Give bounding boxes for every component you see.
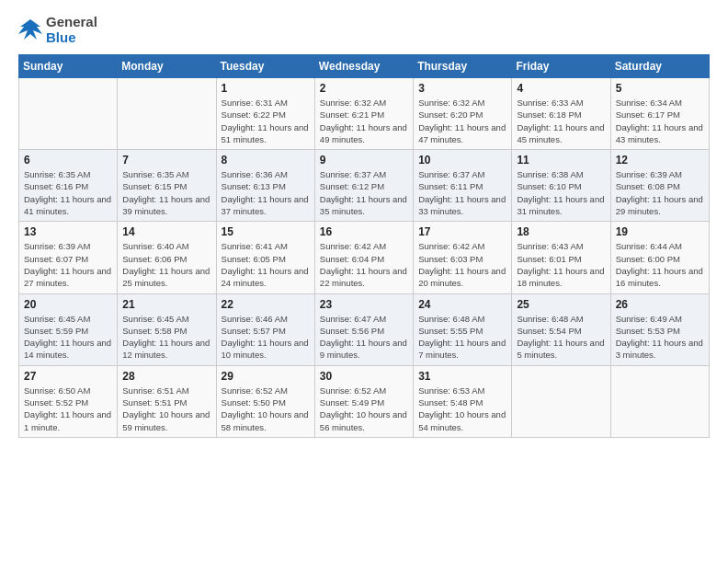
calendar-cell: 5Sunrise: 6:34 AM Sunset: 6:17 PM Daylig…: [610, 78, 709, 150]
calendar-cell: 31Sunrise: 6:53 AM Sunset: 5:48 PM Dayli…: [414, 365, 512, 437]
day-number: 21: [122, 298, 210, 311]
calendar-week-4: 20Sunrise: 6:45 AM Sunset: 5:59 PM Dayli…: [19, 293, 710, 365]
day-number: 22: [222, 298, 310, 311]
day-number: 7: [122, 154, 210, 167]
col-header-monday: Monday: [118, 55, 216, 78]
calendar-cell: 18Sunrise: 6:43 AM Sunset: 6:01 PM Dayli…: [512, 222, 610, 293]
day-info: Sunrise: 6:48 AM Sunset: 5:54 PM Dayligh…: [517, 313, 605, 362]
calendar-header-row: SundayMondayTuesdayWednesdayThursdayFrid…: [19, 55, 710, 78]
calendar-cell: 24Sunrise: 6:48 AM Sunset: 5:55 PM Dayli…: [414, 293, 512, 365]
logo-general: General: [46, 15, 97, 30]
day-number: 9: [320, 154, 408, 167]
day-number: 2: [320, 82, 408, 95]
calendar-cell: 22Sunrise: 6:46 AM Sunset: 5:57 PM Dayli…: [216, 293, 314, 365]
col-header-tuesday: Tuesday: [216, 55, 314, 78]
day-info: Sunrise: 6:32 AM Sunset: 6:21 PM Dayligh…: [320, 97, 408, 145]
calendar-cell: 3Sunrise: 6:32 AM Sunset: 6:20 PM Daylig…: [414, 78, 512, 150]
day-number: 11: [517, 154, 605, 167]
day-number: 29: [222, 370, 310, 383]
calendar-cell: 6Sunrise: 6:35 AM Sunset: 6:16 PM Daylig…: [19, 150, 118, 222]
day-number: 24: [418, 298, 506, 311]
day-info: Sunrise: 6:33 AM Sunset: 6:18 PM Dayligh…: [517, 97, 605, 145]
day-info: Sunrise: 6:41 AM Sunset: 6:05 PM Dayligh…: [222, 240, 310, 289]
day-info: Sunrise: 6:34 AM Sunset: 6:17 PM Dayligh…: [616, 97, 704, 145]
day-info: Sunrise: 6:53 AM Sunset: 5:48 PM Dayligh…: [418, 385, 506, 433]
logo-text-block: General Blue: [46, 15, 97, 45]
day-number: 14: [122, 225, 210, 238]
calendar-cell: 10Sunrise: 6:37 AM Sunset: 6:11 PM Dayli…: [414, 150, 512, 222]
day-number: 31: [418, 370, 506, 383]
calendar-week-2: 6Sunrise: 6:35 AM Sunset: 6:16 PM Daylig…: [19, 150, 710, 222]
day-number: 12: [616, 154, 704, 167]
day-info: Sunrise: 6:36 AM Sunset: 6:13 PM Dayligh…: [222, 168, 310, 217]
day-number: 15: [222, 225, 310, 238]
calendar-cell: [512, 365, 610, 437]
calendar-cell: 13Sunrise: 6:39 AM Sunset: 6:07 PM Dayli…: [19, 222, 118, 293]
day-number: 20: [24, 298, 112, 311]
calendar-cell: 25Sunrise: 6:48 AM Sunset: 5:54 PM Dayli…: [512, 293, 610, 365]
logo-container: General Blue: [18, 15, 97, 45]
day-info: Sunrise: 6:52 AM Sunset: 5:50 PM Dayligh…: [222, 385, 310, 433]
day-info: Sunrise: 6:45 AM Sunset: 5:58 PM Dayligh…: [122, 313, 210, 362]
calendar-cell: 11Sunrise: 6:38 AM Sunset: 6:10 PM Dayli…: [512, 150, 610, 222]
day-number: 16: [320, 225, 408, 238]
day-info: Sunrise: 6:40 AM Sunset: 6:06 PM Dayligh…: [122, 240, 210, 289]
calendar-cell: 19Sunrise: 6:44 AM Sunset: 6:00 PM Dayli…: [610, 222, 709, 293]
day-info: Sunrise: 6:46 AM Sunset: 5:57 PM Dayligh…: [222, 313, 310, 362]
calendar-page: General Blue SundayMondayTuesdayWednesda…: [0, 0, 728, 563]
calendar-cell: [118, 78, 216, 150]
calendar-cell: 16Sunrise: 6:42 AM Sunset: 6:04 PM Dayli…: [314, 222, 413, 293]
day-info: Sunrise: 6:50 AM Sunset: 5:52 PM Dayligh…: [24, 385, 112, 433]
calendar-week-3: 13Sunrise: 6:39 AM Sunset: 6:07 PM Dayli…: [19, 222, 710, 293]
day-info: Sunrise: 6:39 AM Sunset: 6:08 PM Dayligh…: [616, 168, 704, 217]
day-info: Sunrise: 6:37 AM Sunset: 6:11 PM Dayligh…: [418, 168, 506, 217]
logo: General Blue: [18, 15, 97, 45]
day-info: Sunrise: 6:45 AM Sunset: 5:59 PM Dayligh…: [24, 313, 112, 362]
calendar-cell: 14Sunrise: 6:40 AM Sunset: 6:06 PM Dayli…: [118, 222, 216, 293]
day-number: 19: [616, 225, 704, 238]
calendar-week-1: 1Sunrise: 6:31 AM Sunset: 6:22 PM Daylig…: [19, 78, 710, 150]
calendar-cell: 21Sunrise: 6:45 AM Sunset: 5:58 PM Dayli…: [118, 293, 216, 365]
day-info: Sunrise: 6:48 AM Sunset: 5:55 PM Dayligh…: [418, 313, 506, 362]
day-number: 28: [122, 370, 210, 383]
day-number: 25: [517, 298, 605, 311]
day-number: 1: [222, 82, 310, 95]
calendar-cell: 7Sunrise: 6:35 AM Sunset: 6:15 PM Daylig…: [118, 150, 216, 222]
day-number: 5: [616, 82, 704, 95]
day-number: 6: [24, 154, 112, 167]
calendar-cell: 8Sunrise: 6:36 AM Sunset: 6:13 PM Daylig…: [216, 150, 314, 222]
calendar-cell: 30Sunrise: 6:52 AM Sunset: 5:49 PM Dayli…: [314, 365, 413, 437]
calendar-cell: 28Sunrise: 6:51 AM Sunset: 5:51 PM Dayli…: [118, 365, 216, 437]
day-number: 30: [320, 370, 408, 383]
day-number: 3: [418, 82, 506, 95]
day-info: Sunrise: 6:35 AM Sunset: 6:16 PM Dayligh…: [24, 168, 112, 217]
day-info: Sunrise: 6:37 AM Sunset: 6:12 PM Dayligh…: [320, 168, 408, 217]
calendar-cell: [19, 78, 118, 150]
day-info: Sunrise: 6:52 AM Sunset: 5:49 PM Dayligh…: [320, 385, 408, 433]
day-number: 4: [517, 82, 605, 95]
logo-bird-icon: [18, 17, 42, 43]
day-info: Sunrise: 6:35 AM Sunset: 6:15 PM Dayligh…: [122, 168, 210, 217]
col-header-thursday: Thursday: [414, 55, 512, 78]
day-info: Sunrise: 6:43 AM Sunset: 6:01 PM Dayligh…: [517, 240, 605, 289]
day-number: 23: [320, 298, 408, 311]
col-header-saturday: Saturday: [610, 55, 709, 78]
day-number: 18: [517, 225, 605, 238]
day-info: Sunrise: 6:47 AM Sunset: 5:56 PM Dayligh…: [320, 313, 408, 362]
day-info: Sunrise: 6:31 AM Sunset: 6:22 PM Dayligh…: [222, 97, 310, 145]
calendar-cell: [610, 365, 709, 437]
col-header-sunday: Sunday: [19, 55, 118, 78]
day-number: 26: [616, 298, 704, 311]
day-number: 27: [24, 370, 112, 383]
day-info: Sunrise: 6:42 AM Sunset: 6:03 PM Dayligh…: [418, 240, 506, 289]
day-info: Sunrise: 6:44 AM Sunset: 6:00 PM Dayligh…: [616, 240, 704, 289]
calendar-cell: 9Sunrise: 6:37 AM Sunset: 6:12 PM Daylig…: [314, 150, 413, 222]
col-header-wednesday: Wednesday: [314, 55, 413, 78]
header: General Blue: [18, 15, 710, 45]
calendar-cell: 12Sunrise: 6:39 AM Sunset: 6:08 PM Dayli…: [610, 150, 709, 222]
day-number: 10: [418, 154, 506, 167]
calendar-table: SundayMondayTuesdayWednesdayThursdayFrid…: [18, 54, 710, 438]
calendar-cell: 26Sunrise: 6:49 AM Sunset: 5:53 PM Dayli…: [610, 293, 709, 365]
calendar-cell: 2Sunrise: 6:32 AM Sunset: 6:21 PM Daylig…: [314, 78, 413, 150]
col-header-friday: Friday: [512, 55, 610, 78]
